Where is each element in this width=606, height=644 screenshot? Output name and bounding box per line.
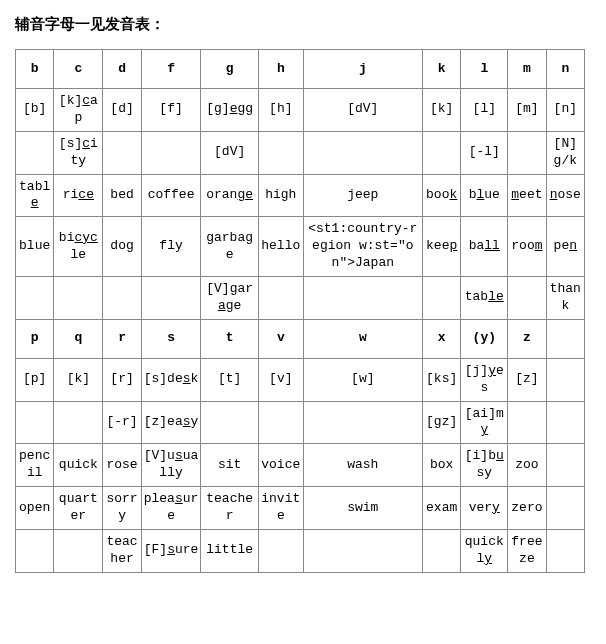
cell: teacher: [201, 487, 259, 530]
cell: room: [508, 217, 546, 277]
cell: exam: [422, 487, 460, 530]
header-cell: j: [303, 50, 422, 89]
cell: table: [461, 277, 508, 320]
cell: freeze: [508, 529, 546, 572]
table-row: table rice bed coffee orange high jeep b…: [16, 174, 585, 217]
cell: [303, 401, 422, 444]
header-cell: r: [103, 319, 141, 358]
header-cell: g: [201, 50, 259, 89]
cell: [258, 277, 303, 320]
cell: [g]egg: [201, 89, 259, 132]
cell: <st1:country-region w:st="on">Japan: [303, 217, 422, 277]
cell: [d]: [103, 89, 141, 132]
cell: [V]garage: [201, 277, 259, 320]
table-row: [b] [k]cap [d] [f] [g]egg [h] [dV] [k] […: [16, 89, 585, 132]
header-cell: c: [54, 50, 103, 89]
cell: thank: [546, 277, 584, 320]
cell: [-l]: [461, 131, 508, 174]
cell: blue: [461, 174, 508, 217]
table-row: [V]garage table thank: [16, 277, 585, 320]
cell: [54, 277, 103, 320]
cell: [k]: [54, 358, 103, 401]
cell: table: [16, 174, 54, 217]
cell: [k]: [422, 89, 460, 132]
cell: quickly: [461, 529, 508, 572]
cell: sit: [201, 444, 259, 487]
cell: pleasure: [141, 487, 201, 530]
cell: book: [422, 174, 460, 217]
cell: bed: [103, 174, 141, 217]
cell: [422, 277, 460, 320]
cell: [v]: [258, 358, 303, 401]
cell: [k]cap: [54, 89, 103, 132]
cell: [m]: [508, 89, 546, 132]
cell: [h]: [258, 89, 303, 132]
cell: [546, 529, 584, 572]
header-cell: h: [258, 50, 303, 89]
cell: box: [422, 444, 460, 487]
cell: [16, 529, 54, 572]
header-cell: f: [141, 50, 201, 89]
cell: [54, 401, 103, 444]
cell: [w]: [303, 358, 422, 401]
cell: sorry: [103, 487, 141, 530]
cell: [258, 131, 303, 174]
cell: [t]: [201, 358, 259, 401]
cell: [i]busy: [461, 444, 508, 487]
cell: [103, 277, 141, 320]
table-row: teacher [F]sure little quickly freeze: [16, 529, 585, 572]
cell: zero: [508, 487, 546, 530]
cell: ball: [461, 217, 508, 277]
cell: coffee: [141, 174, 201, 217]
cell: [141, 131, 201, 174]
cell: [16, 401, 54, 444]
cell: teacher: [103, 529, 141, 572]
table-row: p q r s t v w x (y) z: [16, 319, 585, 358]
header-cell: n: [546, 50, 584, 89]
cell: [F]sure: [141, 529, 201, 572]
cell: [dV]: [303, 89, 422, 132]
cell: [z]easy: [141, 401, 201, 444]
header-cell: q: [54, 319, 103, 358]
cell: zoo: [508, 444, 546, 487]
cell: [546, 358, 584, 401]
cell: [-r]: [103, 401, 141, 444]
cell: [103, 131, 141, 174]
cell: [54, 529, 103, 572]
cell: dog: [103, 217, 141, 277]
consonant-table: b c d f g h j k l m n [b] [k]cap [d] [f]…: [15, 49, 585, 573]
header-cell: t: [201, 319, 259, 358]
cell: orange: [201, 174, 259, 217]
cell: [508, 277, 546, 320]
cell: little: [201, 529, 259, 572]
cell: [201, 401, 259, 444]
header-cell: m: [508, 50, 546, 89]
cell: rose: [103, 444, 141, 487]
cell: keep: [422, 217, 460, 277]
header-cell: b: [16, 50, 54, 89]
cell: [j]yes: [461, 358, 508, 401]
header-cell: [546, 319, 584, 358]
cell: [546, 401, 584, 444]
header-cell: s: [141, 319, 201, 358]
header-cell: l: [461, 50, 508, 89]
cell: blue: [16, 217, 54, 277]
cell: [N]g/k: [546, 131, 584, 174]
cell: [422, 529, 460, 572]
cell: [f]: [141, 89, 201, 132]
cell: [ai]my: [461, 401, 508, 444]
cell: [258, 529, 303, 572]
cell: quick: [54, 444, 103, 487]
cell: fly: [141, 217, 201, 277]
cell: nose: [546, 174, 584, 217]
table-row: [-r] [z]easy [gz] [ai]my: [16, 401, 585, 444]
cell: bicycle: [54, 217, 103, 277]
cell: [V]usually: [141, 444, 201, 487]
cell: [303, 529, 422, 572]
cell: [gz]: [422, 401, 460, 444]
cell: voice: [258, 444, 303, 487]
table-row: open quarter sorry pleasure teacher invi…: [16, 487, 585, 530]
cell: [p]: [16, 358, 54, 401]
cell: jeep: [303, 174, 422, 217]
header-cell: z: [508, 319, 546, 358]
